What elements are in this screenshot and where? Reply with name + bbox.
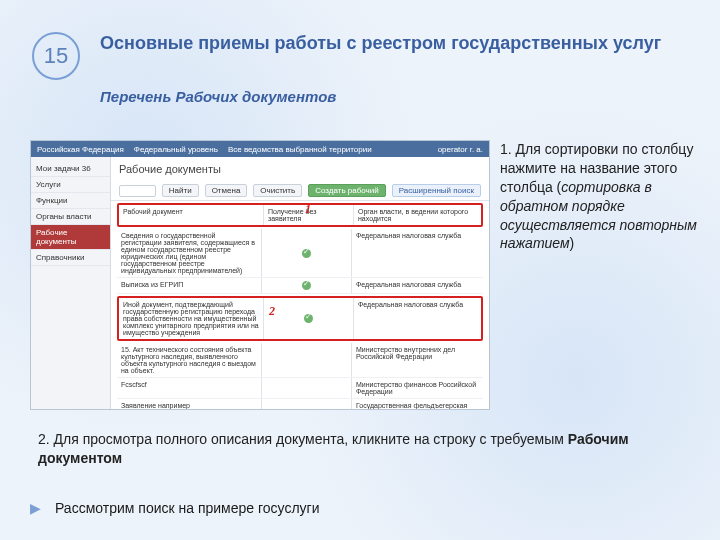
cell-ok	[262, 229, 352, 277]
callout-marker-1: 1	[305, 202, 311, 217]
table-row[interactable]: Заявление напримерГосударственная фельдъ…	[117, 399, 483, 410]
cell-authority: Федеральная налоговая служба	[354, 298, 481, 339]
topbar-level[interactable]: Федеральный уровень	[134, 145, 218, 154]
sidebar-item[interactable]: Функции	[31, 193, 110, 209]
cell-doc: Выписка из ЕГРИП	[117, 278, 262, 293]
sidebar: Мои задачи 36УслугиФункцииОрганы властиР…	[31, 157, 111, 409]
table-row[interactable]: Выписка из ЕГРИПФедеральная налоговая сл…	[117, 278, 483, 294]
instruction-2-text: 2. Для просмотра полного описания докуме…	[38, 431, 568, 447]
search-input[interactable]	[119, 185, 156, 197]
check-icon	[302, 249, 311, 258]
col-header-authority[interactable]: Орган власти, в ведении которого находит…	[354, 205, 481, 225]
instruction-2: 2. Для просмотра полного описания докуме…	[38, 430, 678, 468]
cell-ok	[262, 278, 352, 293]
bullet-line: ▶ Рассмотрим поиск на примере госуслуги	[30, 500, 320, 516]
cell-authority: Государственная фельдъегерская служба Ро…	[352, 399, 483, 410]
cancel-button[interactable]: Отмена	[205, 184, 248, 197]
table-row[interactable]: 15. Акт технического состояния объекта к…	[117, 343, 483, 378]
check-icon	[304, 314, 313, 323]
table-row[interactable]: Сведения о государственной регистрации з…	[117, 229, 483, 278]
cell-authority: Федеральная налоговая служба	[352, 278, 483, 293]
sidebar-item[interactable]: Мои задачи 36	[31, 161, 110, 177]
toolbar: Найти Отмена Очистить Создать рабочий Ра…	[111, 181, 489, 201]
sidebar-item[interactable]: Справочники	[31, 250, 110, 266]
slide-title: Основные приемы работы с реестром госуда…	[100, 32, 670, 55]
sidebar-item[interactable]: Рабочие документы	[31, 225, 110, 250]
cell-ok	[262, 343, 352, 377]
cell-doc: 15. Акт технического состояния объекта к…	[117, 343, 262, 377]
create-button[interactable]: Создать рабочий	[308, 184, 385, 197]
callout-marker-2: 2	[269, 304, 275, 319]
slide-subtitle: Перечень Рабочих документов	[100, 88, 336, 105]
cell-authority: Министерство финансов Российской Федерац…	[352, 378, 483, 398]
cell-ok	[262, 378, 352, 398]
instruction-1-tail: )	[570, 235, 575, 251]
app-topbar: Российская Федерация Федеральный уровень…	[31, 141, 489, 157]
sidebar-item[interactable]: Органы власти	[31, 209, 110, 225]
cell-doc: Сведения о государственной регистрации з…	[117, 229, 262, 277]
cell-authority: Министерство внутренних дел Российской Ф…	[352, 343, 483, 377]
topbar-user[interactable]: operator r. a.	[438, 145, 483, 154]
clear-button[interactable]: Очистить	[253, 184, 302, 197]
slide-number-badge: 15	[32, 32, 80, 80]
cell-doc: Иной документ, подтверждающий государств…	[119, 298, 264, 339]
table-row[interactable]: 2Иной документ, подтверждающий государст…	[117, 296, 483, 341]
cell-authority: Федеральная налоговая служба	[352, 229, 483, 277]
cell-doc: Fcscfscf	[117, 378, 262, 398]
bullet-text: Рассмотрим поиск на примере госуслуги	[55, 500, 320, 516]
search-button[interactable]: Найти	[162, 184, 199, 197]
sidebar-item[interactable]: Услуги	[31, 177, 110, 193]
table-row[interactable]: FcscfscfМинистерство финансов Российской…	[117, 378, 483, 399]
cell-ok	[264, 298, 354, 339]
screenshot-registry-app: Российская Федерация Федеральный уровень…	[30, 140, 490, 410]
main-heading: Рабочие документы	[111, 157, 489, 181]
table-header: 1 Рабочий документ Получение без заявите…	[117, 203, 483, 227]
bullet-arrow-icon: ▶	[30, 500, 41, 516]
cell-doc: Заявление например	[117, 399, 262, 410]
topbar-region[interactable]: Российская Федерация	[37, 145, 124, 154]
adv-search-button[interactable]: Расширенный поиск	[392, 184, 481, 197]
topbar-scope[interactable]: Все ведомства выбранной территории	[228, 145, 372, 154]
instruction-1: 1. Для сортировки по столбцу нажмите на …	[500, 140, 700, 253]
check-icon	[302, 281, 311, 290]
col-header-doc[interactable]: Рабочий документ	[119, 205, 264, 225]
cell-ok	[262, 399, 352, 410]
